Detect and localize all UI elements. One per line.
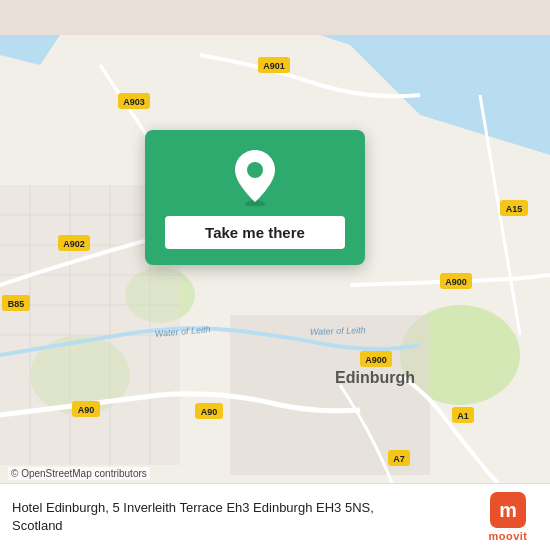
svg-text:A90: A90 (78, 405, 95, 415)
svg-text:A902: A902 (63, 239, 85, 249)
svg-text:m: m (499, 499, 517, 521)
svg-point-45 (247, 162, 263, 178)
svg-text:A90: A90 (201, 407, 218, 417)
location-card[interactable]: Take me there (145, 130, 365, 265)
hotel-address: Hotel Edinburgh, 5 Inverleith Terrace Eh… (12, 499, 412, 535)
moovit-brand-text: moovit (488, 530, 527, 542)
osm-credit: © OpenStreetMap contributors (8, 467, 150, 480)
svg-text:A901: A901 (263, 61, 285, 71)
moovit-logo[interactable]: m moovit (478, 492, 538, 542)
svg-text:A15: A15 (506, 204, 523, 214)
map-container: A903 A901 A902 A900 A900 A90 A90 A1 A7 A… (0, 0, 550, 550)
location-pin-icon (231, 148, 279, 206)
take-me-there-button[interactable]: Take me there (165, 216, 345, 249)
svg-text:A1: A1 (457, 411, 469, 421)
info-bar: Hotel Edinburgh, 5 Inverleith Terrace Eh… (0, 483, 550, 550)
svg-text:A900: A900 (365, 355, 387, 365)
svg-text:A903: A903 (123, 97, 145, 107)
moovit-icon: m (490, 492, 526, 528)
svg-text:Water of Leith: Water of Leith (310, 325, 366, 337)
svg-text:A900: A900 (445, 277, 467, 287)
svg-text:Edinburgh: Edinburgh (335, 369, 415, 386)
svg-text:A7: A7 (393, 454, 405, 464)
svg-text:B85: B85 (8, 299, 25, 309)
